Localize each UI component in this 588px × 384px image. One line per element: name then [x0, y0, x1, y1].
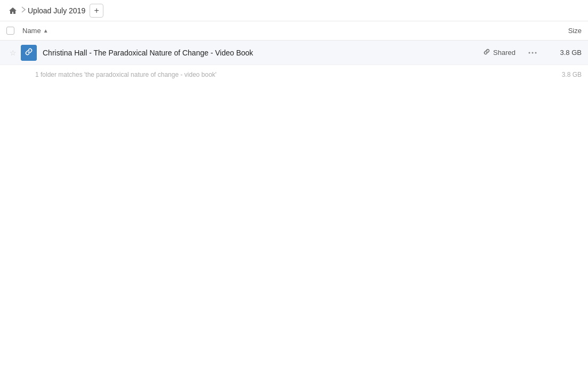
star-icon[interactable]: ☆ [6, 49, 19, 57]
add-button[interactable]: + [90, 4, 103, 18]
breadcrumb-bar: Upload July 2019 + [0, 0, 588, 21]
folder-link-icon [25, 47, 33, 58]
breadcrumb-separator [21, 6, 26, 14]
shared-link-icon [483, 48, 490, 57]
breadcrumb-current-label[interactable]: Upload July 2019 [28, 6, 85, 15]
checkbox-all[interactable] [6, 27, 14, 35]
shared-label: Shared [493, 49, 515, 57]
shared-badge: Shared [478, 46, 521, 59]
summary-row: 1 folder matches 'the paradoxical nature… [0, 65, 588, 84]
more-menu-button[interactable] [525, 45, 540, 60]
table-row[interactable]: ☆ Christina Hall - The Paradoxical Natur… [0, 41, 588, 65]
file-size: 3.8 GB [544, 49, 582, 57]
summary-size: 3.8 GB [562, 71, 582, 78]
select-all-checkbox[interactable] [6, 27, 22, 35]
column-name-header[interactable]: Name ▲ [22, 27, 539, 35]
svg-point-0 [529, 52, 530, 53]
column-size-header: Size [539, 27, 582, 35]
column-header-row: Name ▲ Size [0, 21, 588, 41]
folder-icon [19, 45, 38, 61]
svg-point-1 [532, 52, 534, 53]
file-name[interactable]: Christina Hall - The Paradoxical Nature … [38, 49, 478, 57]
sort-arrow-icon: ▲ [43, 28, 49, 34]
svg-point-2 [535, 52, 537, 53]
summary-text: 1 folder matches 'the paradoxical nature… [35, 71, 216, 78]
home-button[interactable] [6, 4, 19, 17]
